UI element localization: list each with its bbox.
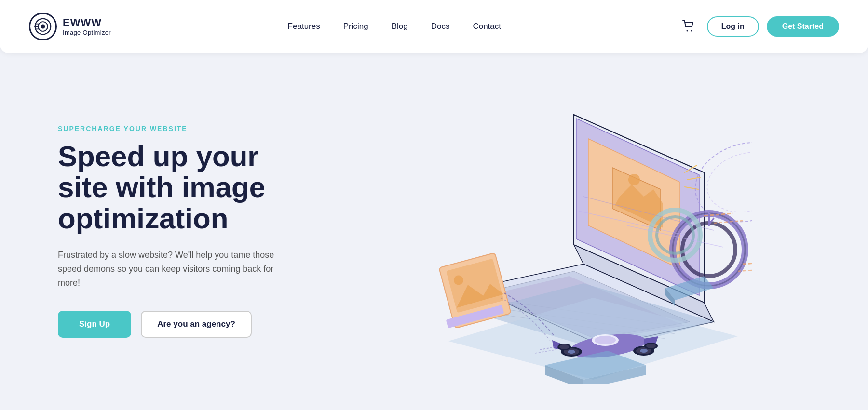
nav-right: Log in Get Started (678, 16, 839, 37)
illustration-svg (376, 76, 752, 384)
svg-point-7 (691, 30, 692, 32)
logo-svg (34, 18, 52, 35)
logo-subtitle: Image Optimizer (63, 29, 111, 37)
nav-links: Features Pricing Blog Docs Contact (288, 22, 501, 31)
svg-point-32 (640, 349, 648, 353)
hero-section: SUPERCHARGE YOUR WEBSITE Speed up your s… (0, 53, 868, 410)
svg-point-37 (646, 344, 656, 348)
svg-point-60 (700, 144, 752, 221)
nav-docs[interactable]: Docs (431, 22, 450, 31)
svg-point-6 (686, 30, 688, 32)
hero-illustration (376, 76, 752, 386)
logo-brand: EWWW (63, 16, 111, 29)
hero-buttons: Sign Up Are you an agency? (58, 311, 309, 338)
getstarted-button[interactable]: Get Started (767, 16, 839, 37)
logo-text: EWWW Image Optimizer (63, 16, 111, 37)
nav-blog[interactable]: Blog (392, 22, 408, 31)
nav-features[interactable]: Features (288, 22, 320, 31)
svg-point-2 (41, 25, 45, 29)
cart-icon[interactable] (678, 16, 699, 37)
hero-eyebrow: SUPERCHARGE YOUR WEBSITE (58, 125, 309, 132)
svg-point-35 (568, 350, 575, 354)
svg-point-12 (628, 174, 640, 185)
nav-pricing[interactable]: Pricing (343, 22, 368, 31)
logo[interactable]: EWWW Image Optimizer (29, 13, 111, 40)
login-button[interactable]: Log in (707, 16, 759, 37)
svg-point-39 (559, 344, 569, 349)
agency-button[interactable]: Are you an agency? (141, 311, 252, 338)
logo-icon (29, 13, 57, 40)
hero-subtitle: Frustrated by a slow website? We'll help… (58, 248, 280, 290)
navbar: EWWW Image Optimizer Features Pricing Bl… (0, 0, 868, 53)
nav-contact[interactable]: Contact (473, 22, 501, 31)
svg-point-29 (595, 336, 616, 344)
hero-left: SUPERCHARGE YOUR WEBSITE Speed up your s… (58, 125, 309, 338)
hero-title: Speed up your site with image optimizati… (58, 141, 309, 235)
signup-button[interactable]: Sign Up (58, 311, 131, 338)
hero-right (309, 76, 820, 386)
